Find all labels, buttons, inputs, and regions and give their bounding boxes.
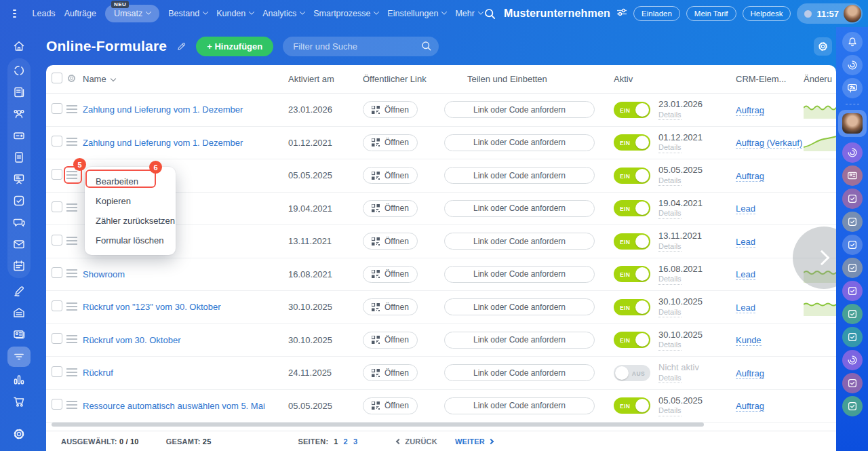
company-name[interactable]: Musterunternehmen <box>504 7 610 20</box>
open-button[interactable]: Öffnen <box>363 200 418 217</box>
menu-item-bearbeiten[interactable]: Bearbeiten <box>85 172 176 191</box>
select-all-checkbox[interactable] <box>52 73 62 83</box>
active-toggle[interactable]: EIN <box>614 200 650 216</box>
analytics-icon[interactable] <box>9 370 29 389</box>
request-link-button[interactable]: Link oder Code anfordern <box>444 397 595 414</box>
open-button[interactable]: Öffnen <box>363 266 418 283</box>
details-link[interactable]: Details <box>658 111 682 121</box>
contact-card-icon[interactable] <box>842 165 863 186</box>
live-feed-icon[interactable] <box>9 61 29 79</box>
form-name-link[interactable]: Rückruf <box>83 368 288 378</box>
details-link[interactable]: Details <box>658 308 682 318</box>
open-button[interactable]: Öffnen <box>363 364 418 381</box>
edit-title-icon[interactable] <box>176 41 186 52</box>
active-toggle[interactable]: EIN <box>614 332 650 348</box>
column-header-name[interactable]: Name <box>83 74 288 84</box>
crm-element-link[interactable]: Kunde <box>736 335 762 346</box>
crm-element-link[interactable]: Auftrag <box>736 171 764 182</box>
details-link[interactable]: Details <box>658 209 682 219</box>
task-icon[interactable] <box>842 373 863 393</box>
row-menu-icon[interactable] <box>66 171 77 179</box>
columns-gear-icon[interactable] <box>66 73 83 85</box>
active-toggle[interactable]: EIN <box>614 397 650 414</box>
crm-element-link[interactable]: Lead <box>736 237 755 248</box>
row-checkbox[interactable] <box>52 201 62 212</box>
row-checkbox[interactable] <box>52 136 62 146</box>
company-settings-icon[interactable] <box>616 7 627 20</box>
mein-tarif-button[interactable]: Mein Tarif <box>686 6 736 21</box>
notifications-bell-icon[interactable] <box>842 32 863 52</box>
active-toggle[interactable]: EIN <box>614 102 650 118</box>
crm-element-link[interactable]: Auftrag (Verkauf) <box>736 138 802 149</box>
column-header-aktiviert[interactable]: Aktiviert am <box>288 74 363 84</box>
request-link-button[interactable]: Link oder Code anfordern <box>444 298 595 315</box>
request-link-button[interactable]: Link oder Code anfordern <box>444 332 595 349</box>
request-link-button[interactable]: Link oder Code anfordern <box>444 134 595 151</box>
crm-card-icon[interactable] <box>9 325 29 343</box>
row-checkbox[interactable] <box>52 103 62 114</box>
active-toggle[interactable]: EIN <box>614 266 650 282</box>
crm-element-link[interactable]: Lead <box>736 302 755 313</box>
form-name-link[interactable]: Rückruf von "123" vom 30. Oktober <box>83 302 288 312</box>
request-link-button[interactable]: Link oder Code anfordern <box>444 101 595 118</box>
form-name-link[interactable]: Ressource automatisch auswählen vom 5. M… <box>83 401 288 411</box>
row-menu-icon[interactable] <box>66 269 77 277</box>
task-icon[interactable] <box>842 304 863 324</box>
row-checkbox[interactable] <box>52 399 62 410</box>
form-name-link[interactable]: Rückruf vom 30. Oktober <box>83 335 288 345</box>
next-page-button[interactable]: WEITER <box>455 437 493 446</box>
copilot-chat-icon[interactable] <box>842 142 863 163</box>
row-checkbox[interactable] <box>52 333 62 344</box>
details-link[interactable]: Details <box>658 275 682 285</box>
employees-icon[interactable] <box>9 104 29 123</box>
search-icon[interactable] <box>421 41 432 54</box>
menu-item-kopieren[interactable]: Kopieren <box>85 191 176 211</box>
row-menu-icon[interactable] <box>66 335 77 343</box>
nav-einstellungen[interactable]: Einstellungen <box>387 9 446 18</box>
column-header-link[interactable]: Öffentlicher Link <box>363 74 444 84</box>
task-icon[interactable] <box>842 212 863 232</box>
menu-item-zaehler[interactable]: Zähler zurücksetzen <box>85 211 176 231</box>
whiteboard-icon[interactable] <box>9 170 29 188</box>
calendar-icon[interactable] <box>9 256 29 275</box>
crm-element-link[interactable]: Lead <box>736 203 755 214</box>
home-icon[interactable] <box>9 37 29 55</box>
nav-bestand[interactable]: Bestand <box>168 9 208 18</box>
nav-auftraege[interactable]: Aufträge <box>64 9 96 18</box>
request-link-button[interactable]: Link oder Code anfordern <box>444 364 595 381</box>
details-link[interactable]: Details <box>658 374 682 384</box>
row-checkbox[interactable] <box>52 169 62 180</box>
messenger-icon[interactable] <box>9 213 29 231</box>
form-name-link[interactable]: Zahlung und Lieferung vom 1. Dezember <box>83 104 288 115</box>
mail-icon[interactable] <box>9 235 29 253</box>
menu-toggle-icon[interactable] <box>13 9 16 18</box>
copilot-chat-icon[interactable] <box>842 350 863 370</box>
documents-icon[interactable] <box>9 148 29 166</box>
details-link[interactable]: Details <box>658 176 682 187</box>
request-link-button[interactable]: Link oder Code anfordern <box>444 200 595 217</box>
row-checkbox[interactable] <box>52 267 62 278</box>
einladen-button[interactable]: Einladen <box>633 6 680 21</box>
tasks-icon[interactable] <box>9 191 29 210</box>
active-toggle[interactable]: EIN <box>614 168 650 184</box>
details-link[interactable]: Details <box>658 406 682 416</box>
task-icon[interactable] <box>842 189 863 209</box>
copilot-icon[interactable] <box>842 55 863 75</box>
nav-analytics[interactable]: Analytics <box>262 9 304 18</box>
task-icon[interactable] <box>842 258 863 278</box>
column-header-teilen[interactable]: Teilen und Einbetten <box>444 74 614 84</box>
open-button[interactable]: Öffnen <box>363 233 418 250</box>
row-checkbox[interactable] <box>52 366 62 377</box>
form-name-link[interactable]: Zahlung und Lieferung vom 1. Dezember <box>83 138 288 148</box>
row-menu-icon[interactable] <box>66 368 77 376</box>
open-button[interactable]: Öffnen <box>363 167 418 184</box>
row-checkbox[interactable] <box>52 300 62 311</box>
crm-element-link[interactable]: Auftrag <box>736 401 764 412</box>
active-toggle[interactable]: AUS <box>614 365 650 381</box>
nav-smartprozesse[interactable]: Smartprozesse <box>313 9 378 18</box>
helpdesk-button[interactable]: Helpdesk <box>743 6 791 21</box>
row-menu-icon[interactable] <box>66 105 77 113</box>
crm-element-link[interactable]: Lead <box>736 269 755 280</box>
column-header-aenderungen[interactable]: Änderu <box>804 74 836 84</box>
menu-item-loeschen[interactable]: Formular löschen <box>85 231 176 250</box>
